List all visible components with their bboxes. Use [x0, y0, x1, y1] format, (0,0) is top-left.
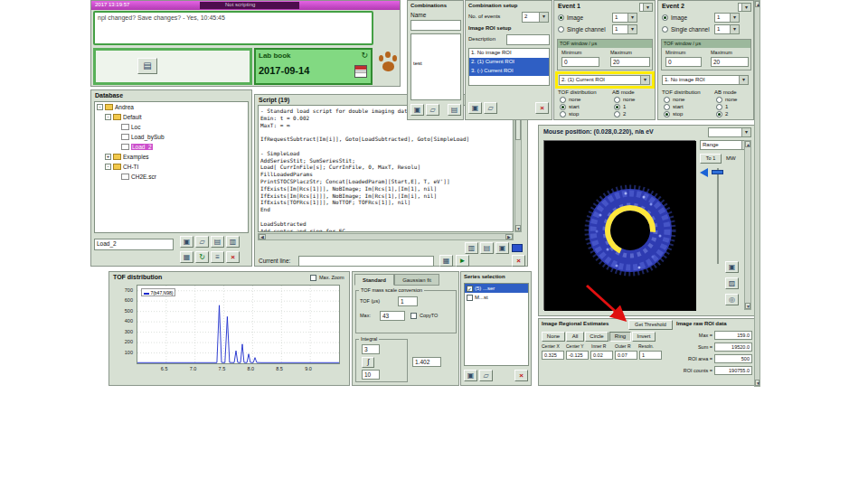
- script-vertical-scrollbar[interactable]: ▲ ▼: [514, 105, 522, 232]
- event1-ab-1-radio[interactable]: [614, 104, 620, 110]
- pan-left-icon[interactable]: [700, 168, 708, 177]
- save-image-icon[interactable]: ▣: [725, 261, 739, 273]
- main-vertical-scrollbar[interactable]: ▲ ▼: [754, 0, 760, 387]
- event1-max-field[interactable]: 20: [610, 57, 650, 67]
- event2-ab-1-radio[interactable]: [716, 104, 722, 110]
- series-item[interactable]: ✓ (5) ...ser: [465, 284, 528, 293]
- current-script-name-field[interactable]: Load_2: [94, 239, 174, 250]
- tree-expander-icon[interactable]: +: [105, 154, 111, 160]
- event1-dist-stop-radio[interactable]: [560, 111, 566, 117]
- printer-icon[interactable]: ▤: [480, 242, 494, 254]
- save-icon[interactable]: ▣: [468, 102, 482, 114]
- stop-script-icon[interactable]: ×: [512, 255, 525, 267]
- velocity-map-image[interactable]: [543, 140, 695, 310]
- event1-image-count-combo[interactable]: 1: [612, 13, 637, 23]
- printer-icon[interactable]: ▤: [211, 236, 224, 248]
- scroll-down-icon[interactable]: ▼: [745, 303, 750, 309]
- folder-icon[interactable]: ▱: [479, 370, 493, 381]
- combination-item[interactable]: test: [411, 60, 460, 69]
- list-icon[interactable]: ≡: [211, 251, 224, 263]
- region-none-button[interactable]: None: [542, 332, 565, 342]
- tree-item[interactable]: -Default: [95, 112, 248, 122]
- event2-min-field[interactable]: 0: [665, 57, 702, 67]
- combinations-list[interactable]: test: [410, 33, 461, 100]
- event2-roi-combo[interactable]: 1. No image ROI: [662, 75, 749, 85]
- intensity-slider-track[interactable]: [717, 168, 719, 264]
- resoln-field[interactable]: 1: [639, 351, 662, 360]
- roi-list-item[interactable]: 2. (1) Current ROI: [469, 58, 549, 67]
- tof-us-spinner[interactable]: 1: [398, 296, 418, 306]
- event2-dist-start-radio[interactable]: [664, 104, 670, 110]
- no-of-events-combo[interactable]: 2: [522, 12, 549, 23]
- integral-from-spinner[interactable]: 3: [362, 344, 380, 354]
- series-list[interactable]: ✓ (5) ...ser M...st: [464, 283, 529, 366]
- scroll-corner-button[interactable]: [512, 244, 523, 252]
- tree-item[interactable]: Load_bySub: [95, 132, 248, 142]
- delete-combination-icon[interactable]: ×: [535, 102, 549, 114]
- script-horizontal-scrollbar[interactable]: ◀ ▶: [258, 233, 514, 240]
- event2-ab-2-radio[interactable]: [716, 111, 722, 117]
- get-threshold-button[interactable]: Get Threshold: [628, 320, 673, 330]
- tab-standard[interactable]: Standard: [354, 274, 394, 286]
- doc-icon[interactable]: ▦: [180, 251, 193, 263]
- copy-checkbox[interactable]: [410, 313, 417, 319]
- folder-icon[interactable]: ▱: [426, 104, 439, 116]
- event1-header-combo[interactable]: [639, 3, 653, 12]
- event2-header-combo[interactable]: [738, 3, 751, 12]
- description-field[interactable]: [506, 34, 550, 45]
- image-vertical-scrollbar[interactable]: ▲ ▼: [744, 140, 751, 310]
- image-header-combo[interactable]: [708, 127, 751, 137]
- integral-to-spinner[interactable]: 10: [362, 370, 380, 380]
- tof-plot-area[interactable]: 7(b47,N98): [137, 285, 340, 364]
- save-icon[interactable]: ▣: [464, 370, 477, 381]
- intensity-slider-thumb[interactable]: [712, 170, 723, 174]
- event2-image-radio[interactable]: [662, 14, 668, 21]
- scroll-up-icon[interactable]: ▲: [745, 141, 750, 147]
- labbook-refresh-icon[interactable]: ↻: [361, 51, 368, 60]
- center-x-field[interactable]: 0.325: [542, 351, 564, 360]
- tree-expander-icon[interactable]: -: [97, 104, 103, 110]
- outer-r-field[interactable]: 0.07: [615, 351, 637, 360]
- region-invert-button[interactable]: Invert: [632, 332, 656, 342]
- printer-icon[interactable]: ▤: [448, 104, 461, 116]
- roi-list-item[interactable]: 1. No image ROI: [469, 49, 549, 58]
- save-icon[interactable]: ▣: [180, 236, 193, 248]
- scroll-right-icon[interactable]: ▶: [505, 234, 513, 239]
- region-ring-button[interactable]: Ring: [609, 332, 631, 342]
- event2-dist-stop-radio[interactable]: [664, 111, 670, 117]
- event2-single-channel-radio[interactable]: [662, 26, 668, 33]
- event1-roi-combo[interactable]: 2. (1) Current ROI: [559, 75, 650, 85]
- scroll-down-icon[interactable]: ▼: [515, 225, 521, 231]
- event1-ab-2-radio[interactable]: [614, 111, 620, 117]
- tree-item[interactable]: -Andrea: [95, 102, 248, 112]
- series-checkbox-checked[interactable]: ✓: [467, 286, 473, 292]
- tree-item[interactable]: Load_2: [95, 142, 248, 152]
- tab-gaussian-fit[interactable]: Gaussian fit: [394, 274, 439, 286]
- title-bar[interactable]: 2017 13:19:57 Not scripting: [91, 1, 400, 10]
- save-script-button[interactable]: ▤: [137, 58, 157, 74]
- to1-button[interactable]: To 1: [700, 154, 722, 164]
- event2-single-count-combo[interactable]: 1: [714, 24, 740, 34]
- chart-icon[interactable]: ▨: [725, 277, 739, 289]
- roi-list-item[interactable]: 3. (-) Current ROI: [469, 67, 549, 76]
- inner-r-field[interactable]: 0.02: [590, 351, 613, 360]
- folder-icon[interactable]: ▱: [484, 102, 497, 114]
- scroll-down-icon[interactable]: ▼: [755, 380, 760, 386]
- tree-item[interactable]: +Examples: [95, 152, 248, 162]
- event1-image-radio[interactable]: [558, 14, 564, 21]
- combination-name-field[interactable]: [410, 20, 461, 31]
- event1-single-channel-radio[interactable]: [558, 26, 564, 33]
- copy-icon[interactable]: ▥: [226, 236, 240, 248]
- scroll-up-icon[interactable]: ▲: [755, 1, 760, 7]
- script-code-area[interactable]: - Standard load script for double imagin…: [258, 105, 514, 232]
- region-all-button[interactable]: All: [566, 332, 584, 342]
- current-line-field[interactable]: [298, 256, 434, 267]
- tree-expander-icon[interactable]: -: [105, 164, 111, 170]
- save-icon[interactable]: ▣: [410, 104, 424, 116]
- tree-item[interactable]: CH2E.scr: [95, 172, 248, 182]
- folder-icon[interactable]: ▱: [195, 236, 209, 248]
- region-circle-button[interactable]: Circle: [585, 332, 609, 342]
- max-field[interactable]: 43: [380, 311, 405, 321]
- max-zoom-checkbox[interactable]: [310, 275, 316, 281]
- event2-image-count-combo[interactable]: 1: [714, 13, 740, 23]
